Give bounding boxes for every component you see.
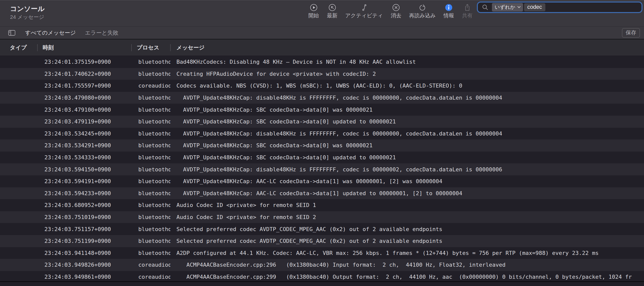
table-row[interactable]: 23:24:03.479100+0900bluetoothd AVDTP_Upd… (0, 104, 644, 116)
time-cell: 23:24:03.534291+0900 (37, 142, 132, 149)
toolbar-button-label: 消去 (391, 13, 401, 19)
time-cell: 23:24:03.751019+0900 (37, 214, 132, 220)
message-cell: Audio Codec ID <private> for remote SEID… (170, 202, 644, 208)
toolbar-button-label: 情報 (443, 13, 454, 19)
process-cell: bluetoothd (132, 202, 170, 208)
now-button[interactable]: 最新 (327, 3, 338, 19)
time-cell: 23:24:03.594191+0900 (37, 178, 132, 184)
tab-all-messages[interactable]: すべてのメッセージ (25, 29, 76, 37)
process-cell: coreaudiod (132, 83, 170, 89)
activity-route-icon (360, 3, 368, 12)
search-scope-dropdown[interactable]: いずれか (492, 3, 523, 12)
tab-bar: すべてのメッセージ エラーと失敗 保存 (0, 27, 644, 39)
table-row[interactable]: 23:24:03.594150+0900bluetoothd AVDTP_Upd… (0, 163, 644, 175)
table-row[interactable]: 23:24:03.534245+0900bluetoothd AVDTP_Upd… (0, 128, 644, 140)
time-cell: 23:24:03.751157+0900 (37, 226, 132, 232)
search-term-token[interactable]: codec (524, 3, 545, 11)
log-table-body: 23:24:01.375159+0900bluetoothdBad48KHzCo… (0, 56, 644, 283)
table-row[interactable]: 23:24:01.740622+0900bluetoothdCreating H… (0, 68, 644, 80)
time-cell: 23:24:03.949826+0900 (37, 262, 132, 268)
message-cell: AVDTP_Update48KHzCap: disable48KHz is FF… (170, 166, 644, 173)
time-cell: 23:24:03.751199+0900 (37, 238, 132, 244)
table-row[interactable]: 23:24:03.941148+0900bluetoothdA2DP confi… (0, 247, 644, 259)
column-header-message[interactable]: メッセージ (170, 44, 644, 51)
table-row[interactable]: 23:24:03.751199+0900bluetoothdSelected p… (0, 235, 644, 247)
table-row[interactable]: 23:24:03.534291+0900bluetoothd AVDTP_Upd… (0, 139, 644, 152)
table-row[interactable]: 23:24:03.479080+0900bluetoothd AVDTP_Upd… (0, 92, 644, 104)
process-cell: bluetoothd (132, 154, 170, 161)
time-cell: 23:24:03.594233+0900 (37, 190, 132, 196)
table-row[interactable]: 23:24:03.594233+0900bluetoothd AVDTP_Upd… (0, 187, 644, 199)
table-row[interactable]: 23:24:03.594191+0900bluetoothd AVDTP_Upd… (0, 175, 644, 187)
process-cell: bluetoothd (132, 71, 170, 77)
info-button[interactable]: 情報 (443, 3, 454, 19)
message-cell: AVDTP_Update48KHzCap: AAC-LC codecData->… (170, 190, 644, 196)
toolbar-button-label: 再読み込み (409, 13, 436, 19)
toolbar-button-label: 共有 (462, 13, 473, 19)
message-cell: A2DP configured at 44.1 KHz. Codec: AAC-… (170, 250, 644, 256)
message-cell: AVDTP_Update48KHzCap: SBC codecData->dat… (170, 107, 644, 113)
message-cell: AVDTP_Update48KHzCap: disable48KHz is FF… (170, 95, 644, 101)
process-cell: bluetoothd (132, 59, 170, 65)
time-cell: 23:24:01.375159+0900 (37, 59, 132, 65)
time-cell: 23:24:03.479100+0900 (37, 107, 132, 113)
message-cell: AVDTP_Update48KHzCap: SBC codecData->dat… (170, 154, 644, 161)
message-cell: ACMP4AACBaseEncoder.cpp:296 (0x1380bac40… (170, 262, 644, 268)
sidebar-toggle-button[interactable] (8, 29, 16, 37)
save-button[interactable]: 保存 (622, 28, 640, 38)
process-cell: bluetoothd (132, 250, 170, 256)
time-cell: 23:24:03.534245+0900 (37, 130, 132, 137)
message-cell: Creating HFPAudioDevice for device <priv… (170, 71, 644, 77)
search-scope-label: いずれか (495, 4, 515, 11)
process-cell: coreaudiod (132, 262, 170, 268)
message-cell: AVDTP_Update48KHzCap: SBC codecData->dat… (170, 142, 644, 149)
process-cell: bluetoothd (132, 238, 170, 244)
share-button: 共有 (462, 3, 473, 19)
toolbar-button-label: 開始 (308, 13, 319, 19)
message-count: 24 メッセージ (10, 13, 45, 21)
time-cell: 23:24:01.740622+0900 (37, 71, 132, 77)
chevron-down-icon (517, 6, 521, 8)
tab-errors-and-faults[interactable]: エラーと失敗 (85, 29, 118, 37)
column-header-time[interactable]: 時刻 (37, 44, 132, 51)
play-circle-icon (309, 3, 318, 12)
search-input[interactable]: いずれか codec (478, 3, 641, 12)
reload-button[interactable]: 再読み込み (409, 3, 436, 19)
x-circle-icon (392, 3, 400, 12)
time-cell: 23:24:03.949861+0900 (37, 274, 132, 280)
column-header-process[interactable]: プロセス (132, 44, 170, 51)
column-divider (170, 44, 171, 51)
process-cell: bluetoothd (132, 130, 170, 137)
table-row[interactable]: 23:24:01.755597+0900coreaudiodCodecs ava… (0, 80, 644, 92)
clear-button[interactable]: 消去 (391, 3, 402, 19)
search-icon (482, 4, 488, 11)
table-row[interactable]: 23:24:03.479119+0900bluetoothd AVDTP_Upd… (0, 116, 644, 128)
table-row[interactable]: 23:24:03.680952+0900bluetoothdAudio Code… (0, 199, 644, 211)
message-cell: Selected preferred codec AVDTP_CODEC_MPE… (170, 226, 644, 232)
message-cell: ACMP4AACBaseEncoder.cpp:299 (0x1380bac40… (170, 274, 644, 280)
column-header-type[interactable]: タイプ (0, 44, 37, 51)
activity-button[interactable]: アクティビティ (345, 3, 383, 19)
message-cell: Bad48KHzCodecs: Disabling 48 KHz – Devic… (170, 59, 644, 65)
process-cell: bluetoothd (132, 226, 170, 232)
process-cell: bluetoothd (132, 107, 170, 113)
time-cell: 23:24:03.594150+0900 (37, 166, 132, 173)
time-cell: 23:24:03.479119+0900 (37, 118, 132, 125)
process-cell: bluetoothd (132, 190, 170, 196)
table-row[interactable]: 23:24:03.949826+0900coreaudiod ACMP4AACB… (0, 259, 644, 271)
time-cell: 23:24:01.755597+0900 (37, 83, 132, 89)
reload-icon (418, 3, 427, 12)
page-title: コンソール (10, 5, 45, 13)
column-divider (131, 44, 132, 51)
arrow-up-left-circle-icon (328, 3, 337, 12)
message-cell: Selected preferred codec AVDTP_CODEC_MPE… (170, 238, 644, 244)
start-button[interactable]: 開始 (308, 3, 319, 19)
table-row[interactable]: 23:24:03.534333+0900bluetoothd AVDTP_Upd… (0, 152, 644, 164)
process-cell: bluetoothd (132, 214, 170, 220)
table-header: タイプ 時刻 プロセス メッセージ (0, 39, 644, 56)
toolbar: コンソール 24 メッセージ 開始 最新 (0, 0, 644, 27)
table-row[interactable]: 23:24:03.751157+0900bluetoothdSelected p… (0, 223, 644, 235)
table-row[interactable]: 23:24:03.751019+0900bluetoothdAudio Code… (0, 211, 644, 223)
process-cell: bluetoothd (132, 166, 170, 173)
table-row[interactable]: 23:24:01.375159+0900bluetoothdBad48KHzCo… (0, 56, 644, 68)
